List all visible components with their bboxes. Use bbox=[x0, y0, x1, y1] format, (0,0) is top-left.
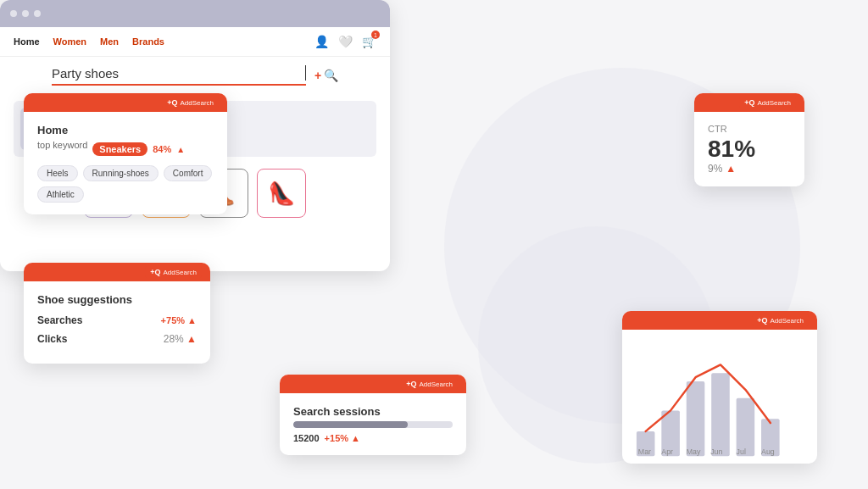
sessions-panel: AddSearch Search sessions 15200 +15% ▲ bbox=[280, 375, 466, 455]
chart-panel-header: AddSearch bbox=[622, 311, 817, 330]
browser-dot-2 bbox=[22, 10, 29, 17]
addsearch-badge-ctr: AddSearch bbox=[739, 97, 796, 108]
addsearch-badge-keyword: AddSearch bbox=[162, 97, 219, 108]
tag-athletic[interactable]: Athletic bbox=[37, 186, 84, 203]
cart-icon[interactable]: 🛒 1 bbox=[361, 34, 376, 49]
tag-comfort[interactable]: Comfort bbox=[164, 165, 213, 181]
search-icon: 🔍 bbox=[324, 69, 338, 82]
sessions-bar-fill bbox=[293, 421, 408, 428]
searches-label: Searches bbox=[37, 314, 82, 326]
addsearch-badge-suggestions: AddSearch bbox=[145, 266, 202, 278]
clicks-arrow: ▲ bbox=[186, 333, 197, 345]
ctr-panel-header: AddSearch bbox=[694, 93, 804, 112]
thumb-shoe-4: 👠 bbox=[268, 181, 295, 207]
clicks-label: Clicks bbox=[37, 333, 67, 345]
chart-label-aug: Aug bbox=[761, 447, 775, 456]
nav-link-home[interactable]: Home bbox=[14, 36, 40, 47]
chart-label-mar: Mar bbox=[638, 447, 651, 456]
searches-value: +75% ▲ bbox=[161, 315, 197, 325]
search-input-container[interactable]: Party shoes bbox=[52, 65, 306, 86]
thumbnail-4[interactable]: 👠 bbox=[257, 169, 306, 218]
browser-titlebar bbox=[0, 0, 390, 27]
search-plus: + bbox=[314, 69, 321, 82]
tag-heels[interactable]: Heels bbox=[37, 165, 78, 181]
nav-link-women[interactable]: Women bbox=[53, 36, 87, 47]
chart-label-may: May bbox=[687, 447, 701, 456]
sessions-info: 15200 +15% ▲ bbox=[293, 433, 453, 443]
heart-icon[interactable]: 🤍 bbox=[337, 34, 353, 49]
keyword-highlight: Sneakers bbox=[92, 142, 147, 156]
chart-bar-may bbox=[687, 381, 705, 456]
keyword-arrow: ▲ bbox=[176, 145, 185, 154]
keyword-row: top keyword Sneakers 84% ▲ bbox=[37, 140, 214, 158]
searches-arrow: ▲ bbox=[187, 315, 197, 325]
searches-row: Searches +75% ▲ bbox=[37, 314, 197, 326]
nav-links: Home Women Men Brands bbox=[14, 36, 164, 47]
nav-icons: 👤 🤍 🛒 1 bbox=[314, 34, 376, 49]
sessions-bar-bg bbox=[293, 421, 453, 428]
ctr-label: CTR bbox=[708, 124, 791, 134]
search-query-text: Party shoes bbox=[52, 66, 303, 81]
sessions-arrow: ▲ bbox=[351, 433, 360, 443]
chart-label-jun: Jun bbox=[710, 447, 722, 456]
nav-link-brands[interactable]: Brands bbox=[132, 36, 164, 47]
keyword-panel-title: Home bbox=[37, 124, 214, 136]
browser-dot-1 bbox=[10, 10, 17, 17]
suggestions-panel-header: AddSearch bbox=[24, 263, 210, 281]
sessions-panel-body: Search sessions 15200 +15% ▲ bbox=[280, 393, 466, 455]
clicks-value: 28% ▲ bbox=[164, 333, 197, 345]
browser-nav: Home Women Men Brands 👤 🤍 🛒 1 bbox=[0, 27, 390, 57]
nav-link-men[interactable]: Men bbox=[100, 36, 119, 47]
ctr-panel-body: CTR 81% 9% ▲ bbox=[694, 112, 804, 186]
ctr-sub-value: 9% bbox=[708, 163, 722, 175]
browser-search-bar: Party shoes + 🔍 bbox=[0, 57, 390, 94]
keyword-subtitle: top keyword bbox=[37, 140, 87, 150]
addsearch-badge-sessions: AddSearch bbox=[401, 378, 458, 390]
keyword-panel-body: Home top keyword Sneakers 84% ▲ Heels Ru… bbox=[24, 112, 227, 214]
browser-dot-3 bbox=[34, 10, 41, 17]
cart-badge: 1 bbox=[371, 31, 380, 39]
keyword-panel-header: AddSearch bbox=[24, 93, 227, 112]
chart-body: Mar Apr May Jun Jul Aug bbox=[622, 330, 817, 464]
search-cursor bbox=[305, 65, 306, 81]
chart-label-jul: Jul bbox=[737, 447, 746, 456]
ctr-value: 81% bbox=[708, 136, 791, 163]
chart-panel: AddSearch Mar Apr May Jun Jul Aug bbox=[622, 311, 817, 464]
chart-svg: Mar Apr May Jun Jul Aug bbox=[632, 338, 807, 458]
sessions-panel-header: AddSearch bbox=[280, 375, 466, 393]
sessions-number: 15200 bbox=[293, 433, 320, 443]
chart-bar-jun bbox=[711, 373, 730, 456]
addsearch-badge-chart: AddSearch bbox=[752, 314, 809, 326]
suggestions-panel-body: Shoe suggestions Searches +75% ▲ Clicks … bbox=[24, 281, 210, 364]
sessions-pct: +15% ▲ bbox=[325, 433, 360, 443]
ctr-sub-arrow: ▲ bbox=[726, 163, 736, 175]
ctr-panel: AddSearch CTR 81% 9% ▲ bbox=[694, 93, 804, 186]
suggestions-title: Shoe suggestions bbox=[37, 293, 197, 306]
tag-running-shoes[interactable]: Running-shoes bbox=[83, 165, 159, 181]
sessions-title: Search sessions bbox=[293, 405, 453, 418]
clicks-row: Clicks 28% ▲ bbox=[37, 333, 197, 345]
user-icon[interactable]: 👤 bbox=[314, 34, 329, 49]
keyword-pct: 84% bbox=[153, 144, 171, 154]
keyword-panel: AddSearch Home top keyword Sneakers 84% … bbox=[24, 93, 227, 214]
ctr-sub: 9% ▲ bbox=[708, 163, 791, 175]
chart-label-apr: Apr bbox=[661, 447, 673, 456]
keyword-tags: Heels Running-shoes Comfort Athletic bbox=[37, 165, 214, 203]
suggestions-stats: Searches +75% ▲ Clicks 28% ▲ bbox=[37, 314, 197, 345]
search-button[interactable]: + 🔍 bbox=[314, 69, 338, 82]
suggestions-panel: AddSearch Shoe suggestions Searches +75%… bbox=[24, 263, 210, 364]
